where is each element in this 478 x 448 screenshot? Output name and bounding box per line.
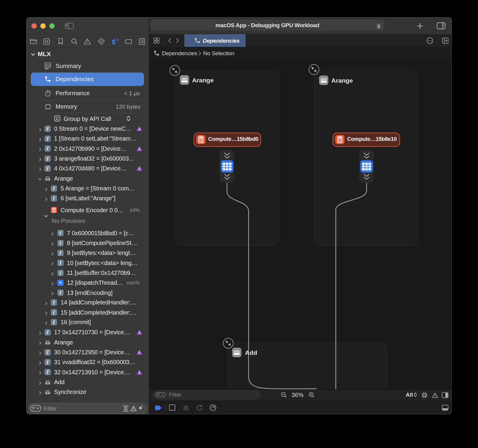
svg-text:C: C <box>56 117 59 121</box>
